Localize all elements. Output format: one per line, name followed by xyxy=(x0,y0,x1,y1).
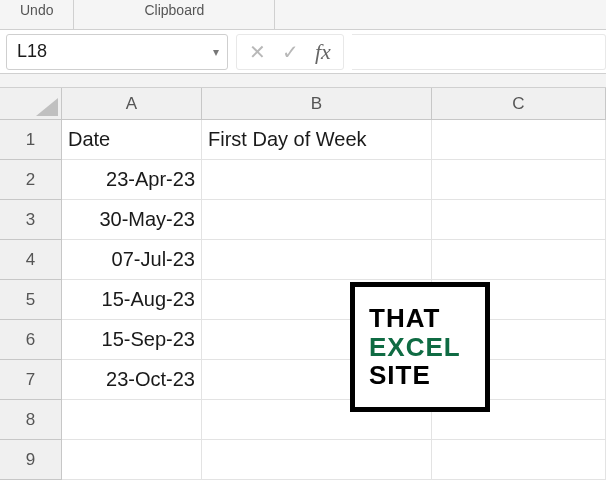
cell-a6[interactable]: 15-Sep-23 xyxy=(62,320,202,360)
row-5: 15-Aug-23 xyxy=(62,280,606,320)
spacer xyxy=(0,74,606,88)
formula-input[interactable] xyxy=(352,34,606,70)
cell-a4[interactable]: 07-Jul-23 xyxy=(62,240,202,280)
row-1: Date First Day of Week xyxy=(62,120,606,160)
cell-b9[interactable] xyxy=(202,440,432,480)
row-9 xyxy=(62,440,606,480)
col-header-a[interactable]: A xyxy=(62,88,202,120)
col-header-c[interactable]: C xyxy=(432,88,606,120)
row-header-8[interactable]: 8 xyxy=(0,400,62,440)
row-header-5[interactable]: 5 xyxy=(0,280,62,320)
cell-a3[interactable]: 30-May-23 xyxy=(62,200,202,240)
cell-a2[interactable]: 23-Apr-23 xyxy=(62,160,202,200)
row-8 xyxy=(62,400,606,440)
row-header-7[interactable]: 7 xyxy=(0,360,62,400)
cell-a9[interactable] xyxy=(62,440,202,480)
row-headers: 1 2 3 4 5 6 7 8 9 xyxy=(0,120,62,480)
column-header-row: A B C xyxy=(0,88,606,120)
logo-line-2: EXCEL xyxy=(369,333,485,362)
cell-a5[interactable]: 15-Aug-23 xyxy=(62,280,202,320)
cells-area: Date First Day of Week 23-Apr-23 30-May-… xyxy=(62,120,606,480)
row-header-1[interactable]: 1 xyxy=(0,120,62,160)
row-header-6[interactable]: 6 xyxy=(0,320,62,360)
name-box-value: L18 xyxy=(17,41,47,62)
col-header-b[interactable]: B xyxy=(202,88,432,120)
chevron-down-icon[interactable]: ▾ xyxy=(213,45,219,59)
cell-b2[interactable] xyxy=(202,160,432,200)
row-4: 07-Jul-23 xyxy=(62,240,606,280)
name-box[interactable]: L18 ▾ xyxy=(6,34,228,70)
cell-a8[interactable] xyxy=(62,400,202,440)
row-header-9[interactable]: 9 xyxy=(0,440,62,480)
logo-line-3: SITE xyxy=(369,361,485,390)
select-all-corner[interactable] xyxy=(0,88,62,120)
row-7: 23-Oct-23 xyxy=(62,360,606,400)
cell-c1[interactable] xyxy=(432,120,606,160)
grid-body: 1 2 3 4 5 6 7 8 9 Date First Day of Week… xyxy=(0,120,606,480)
cell-a7[interactable]: 23-Oct-23 xyxy=(62,360,202,400)
row-header-2[interactable]: 2 xyxy=(0,160,62,200)
logo: THAT EXCEL SITE xyxy=(350,282,490,412)
cancel-icon[interactable]: ✕ xyxy=(249,42,266,62)
formula-controls: ✕ ✓ fx xyxy=(236,34,344,70)
cell-c2[interactable] xyxy=(432,160,606,200)
cell-c9[interactable] xyxy=(432,440,606,480)
cell-a1[interactable]: Date xyxy=(62,120,202,160)
ribbon-bar: Undo Clipboard xyxy=(0,0,606,30)
accept-icon[interactable]: ✓ xyxy=(282,42,299,62)
cell-c3[interactable] xyxy=(432,200,606,240)
row-3: 30-May-23 xyxy=(62,200,606,240)
ribbon-clipboard-group[interactable]: Clipboard xyxy=(74,0,275,29)
ribbon-undo-group[interactable]: Undo xyxy=(0,0,74,29)
row-2: 23-Apr-23 xyxy=(62,160,606,200)
fx-icon[interactable]: fx xyxy=(315,39,331,65)
row-header-3[interactable]: 3 xyxy=(0,200,62,240)
cell-b1[interactable]: First Day of Week xyxy=(202,120,432,160)
cell-c4[interactable] xyxy=(432,240,606,280)
cell-b3[interactable] xyxy=(202,200,432,240)
cell-b4[interactable] xyxy=(202,240,432,280)
row-header-4[interactable]: 4 xyxy=(0,240,62,280)
logo-line-1: THAT xyxy=(369,304,485,333)
formula-bar-row: L18 ▾ ✕ ✓ fx xyxy=(0,30,606,74)
row-6: 15-Sep-23 xyxy=(62,320,606,360)
